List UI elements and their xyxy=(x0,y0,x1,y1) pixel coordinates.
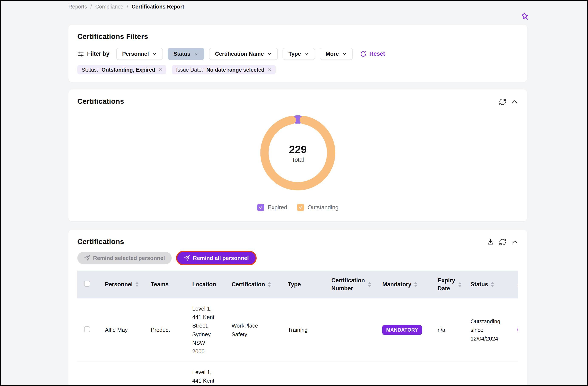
chart-card-actions xyxy=(499,98,518,106)
column-label: Location xyxy=(192,281,216,289)
filter-sliders-icon xyxy=(77,51,84,57)
filter-by-text: Filter by xyxy=(87,51,109,57)
cell-location: Level 1, 441 Kent Street, Sydney NSW 200… xyxy=(192,304,219,356)
cell-type: Training xyxy=(288,298,331,362)
outstanding-checkbox[interactable] xyxy=(297,204,304,211)
column-label: Certification Number xyxy=(331,276,365,293)
cell-teams: Product xyxy=(151,298,192,362)
personnel-filter-dropdown[interactable]: Personnel xyxy=(116,48,163,60)
breadcrumb-separator: / xyxy=(127,4,128,10)
expired-checkbox[interactable] xyxy=(257,204,264,211)
remind-selected-personnel-button[interactable]: Remind selected personnel xyxy=(77,252,172,264)
cell-status: Outstanding since 12/04/2024 xyxy=(471,317,507,343)
chevron-down-icon xyxy=(304,52,309,56)
chart-card-title: Certifications xyxy=(77,97,124,105)
certification-name-filter-dropdown[interactable]: Certification Name xyxy=(209,48,278,60)
more-filter-dropdown[interactable]: More xyxy=(320,48,353,60)
column-label: Mandatory xyxy=(382,281,411,289)
column-header-teams: Teams xyxy=(151,271,192,298)
download-icon[interactable] xyxy=(487,238,494,246)
chart-card-header: Certifications xyxy=(77,97,518,106)
sort-arrows-icon[interactable] xyxy=(268,282,271,287)
column-header-status[interactable]: Status xyxy=(471,271,517,298)
cell-mandatory xyxy=(382,362,438,386)
column-label: Expiry Date xyxy=(438,276,456,293)
breadcrumb-reports[interactable]: Reports xyxy=(68,4,87,10)
column-label: Status xyxy=(471,281,488,289)
reset-filters-button[interactable]: Reset xyxy=(360,50,385,58)
cell-certification-number xyxy=(331,298,382,362)
remind-all-label: Remind all personnel xyxy=(193,255,249,261)
column-label: Certification xyxy=(231,281,265,289)
app-window: Reports / Compliance / Certifications Re… xyxy=(0,0,588,386)
table-header-row: Personnel Teams Location Certification xyxy=(77,271,518,298)
cell-teams xyxy=(151,362,192,386)
certifications-donut-chart: 229 Total xyxy=(255,110,340,196)
more-filter-label: More xyxy=(326,51,339,57)
chevron-down-icon xyxy=(152,52,157,56)
sort-arrows-icon[interactable] xyxy=(414,282,418,287)
donut-total-label: Total xyxy=(292,157,304,163)
sort-arrows-icon[interactable] xyxy=(458,282,462,287)
chip-value: No date range selected xyxy=(206,67,264,73)
refresh-icon[interactable] xyxy=(499,238,506,246)
cell-expiry-date: n/a xyxy=(438,298,471,362)
filter-row: Filter by Personnel Status Certification… xyxy=(77,48,518,60)
remind-all-personnel-button[interactable]: Remind all personnel xyxy=(177,252,255,264)
collapse-chevron-up-icon[interactable] xyxy=(511,98,518,105)
filter-by-label: Filter by xyxy=(77,51,109,57)
remind-selected-label: Remind selected personnel xyxy=(93,255,165,261)
remind-buttons-row: Remind selected personnel Remind all per… xyxy=(77,252,518,264)
table-row[interactable]: Alfie May Product Level 1, 441 Kent Stre… xyxy=(77,298,518,362)
column-header-certification-number[interactable]: Certification Number xyxy=(331,271,382,298)
cell-personnel: Alfie May xyxy=(105,298,151,362)
reset-icon xyxy=(360,50,367,58)
sort-arrows-icon[interactable] xyxy=(368,282,371,287)
status-filter-label: Status xyxy=(173,51,190,57)
certifications-table: Personnel Teams Location Certification xyxy=(77,271,518,386)
status-filter-chip: Status: Outstanding, Expired × xyxy=(77,65,166,74)
cell-type xyxy=(288,362,331,386)
refresh-icon[interactable] xyxy=(499,98,506,106)
personnel-filter-label: Personnel xyxy=(122,51,149,57)
type-filter-dropdown[interactable]: Type xyxy=(283,48,315,60)
chip-value: Outstanding, Expired xyxy=(102,67,155,73)
chip-label: Status: xyxy=(82,67,98,73)
donut-center-text: 229 Total xyxy=(255,110,340,196)
row-checkbox[interactable] xyxy=(84,326,90,332)
table-card-header: Certifications xyxy=(77,237,518,246)
table-card-title: Certifications xyxy=(77,237,124,246)
select-all-checkbox[interactable] xyxy=(84,281,90,287)
breadcrumb: Reports / Compliance / Certifications Re… xyxy=(68,4,527,10)
column-header-mandatory[interactable]: Mandatory xyxy=(382,271,438,298)
column-label: Type xyxy=(288,281,301,289)
column-label: A xyxy=(518,281,518,289)
sort-arrows-icon[interactable] xyxy=(135,282,139,287)
chart-legend: Expired Outstanding xyxy=(77,204,518,211)
column-header-expiry-date[interactable]: Expiry Date xyxy=(438,271,471,298)
table-scroll-container[interactable]: Personnel Teams Location Certification xyxy=(77,271,518,386)
column-header-type: Type xyxy=(288,271,331,298)
row-action-button-clipped[interactable] xyxy=(518,325,518,335)
table-card-actions xyxy=(487,238,518,246)
table-row[interactable]: Level 1, 441 Kent xyxy=(77,362,518,386)
cell-expiry-date xyxy=(438,362,471,386)
cell-certification-number xyxy=(331,362,382,386)
chevron-down-icon xyxy=(194,52,198,56)
status-filter-dropdown[interactable]: Status xyxy=(168,48,204,60)
sort-arrows-icon[interactable] xyxy=(491,282,494,287)
legend-label: Outstanding xyxy=(308,204,339,211)
collapse-chevron-up-icon[interactable] xyxy=(511,238,518,246)
column-label: Teams xyxy=(151,281,169,289)
donut-total-value: 229 xyxy=(289,143,307,156)
breadcrumb-compliance[interactable]: Compliance xyxy=(95,4,124,10)
cell-personnel xyxy=(105,362,151,386)
column-header-personnel[interactable]: Personnel xyxy=(105,271,151,298)
legend-label: Expired xyxy=(268,204,287,211)
close-icon[interactable]: × xyxy=(268,67,271,73)
active-filter-chips: Status: Outstanding, Expired × Issue Dat… xyxy=(77,65,518,74)
close-icon[interactable]: × xyxy=(159,67,162,73)
breadcrumb-separator: / xyxy=(90,4,92,10)
column-header-certification[interactable]: Certification xyxy=(231,271,288,298)
certifications-chart-card: Certifications 229 Total xyxy=(68,90,527,221)
